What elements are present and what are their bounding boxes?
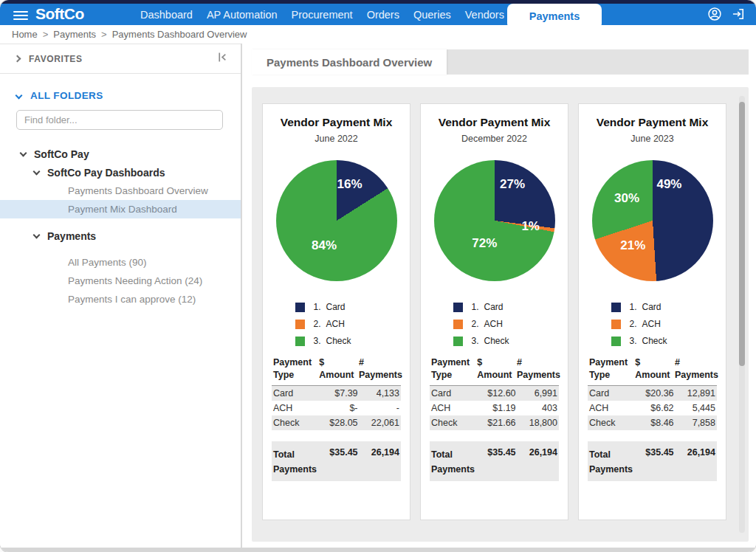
cell-amount: $1.19 — [477, 403, 516, 413]
cell-num-payments: 5,445 — [674, 403, 715, 413]
header-payment-type: PaymentType — [589, 356, 635, 382]
find-folder-input[interactable] — [16, 110, 223, 130]
tree-item-label: Payment Mix Dashboard — [68, 204, 177, 215]
total-row: Total Payments $35.45 26,194 — [430, 441, 559, 481]
card-title: Vendor Payment Mix — [272, 116, 401, 129]
tree-item-all-payments-90[interactable]: All Payments (90) — [0, 253, 241, 272]
pie-slice-label-card: 16% — [337, 177, 362, 192]
tree-item-payments-dashboard-overview[interactable]: Payments Dashboard Overview — [0, 182, 241, 200]
softco-logo: SoftCo — [35, 5, 84, 23]
tab-payments-dashboard-overview[interactable]: Payments Dashboard Overview — [252, 49, 447, 75]
hamburger-menu-icon[interactable] — [13, 9, 28, 22]
breadcrumb-separator: > — [101, 29, 107, 40]
header-amount: $Amount — [477, 356, 517, 382]
payment-mix-pie-chart: 27%1%72% — [434, 160, 555, 281]
tree-item-payments-i-can-approve-12[interactable]: Payments I can approve (12) — [0, 290, 241, 308]
tree-item-label: Payments I can approve (12) — [68, 294, 196, 305]
collapse-sidebar-icon[interactable] — [216, 51, 229, 66]
tree-item-label: All Payments (90) — [68, 257, 147, 268]
chevron-down-icon — [33, 168, 41, 175]
content-tab-bar: Payments Dashboard Overview — [252, 49, 749, 75]
legend-label: Card — [326, 302, 346, 312]
cell-payment-type: Check — [431, 418, 477, 428]
favorites-label: FAVORITES — [29, 54, 83, 64]
table-header: PaymentType $Amount #Payments — [272, 356, 401, 386]
all-folders-label: ALL FOLDERS — [30, 90, 103, 101]
cell-payment-type: ACH — [589, 403, 635, 413]
legend-number: 3. — [314, 336, 326, 346]
cell-amount: $6.62 — [635, 403, 674, 413]
cell-amount: $21.66 — [477, 418, 516, 428]
cell-payment-type: ACH — [431, 403, 477, 413]
legend-number: 1. — [314, 302, 326, 312]
legend-swatch-ach — [295, 320, 305, 329]
all-folders-toggle[interactable]: ALL FOLDERS — [16, 90, 241, 101]
legend-swatch-ach — [611, 320, 621, 329]
legend-label: ACH — [484, 319, 503, 329]
nav-item-orders[interactable]: Orders — [367, 9, 399, 21]
nav-item-procurement[interactable]: Procurement — [292, 9, 353, 21]
legend-number: 3. — [630, 336, 642, 346]
cell-payment-type: Check — [273, 418, 319, 428]
breadcrumb-item-payments[interactable]: Payments — [53, 29, 96, 40]
table-header: PaymentType $Amount #Payments — [588, 356, 717, 386]
table-row-ach: ACH$6.625,445 — [588, 401, 717, 415]
nav-item-vendors[interactable]: Vendors — [465, 9, 504, 21]
nav-item-ap-automation[interactable]: AP Automation — [207, 9, 278, 21]
tree-item-softco-pay[interactable]: SoftCo Pay — [0, 145, 241, 163]
chevron-down-icon — [33, 231, 41, 238]
header-num-payments: #Payments — [517, 356, 559, 382]
breadcrumb-item-payments-dashboard-overview: Payments Dashboard Overview — [112, 29, 247, 40]
breadcrumb-item-home[interactable]: Home — [12, 29, 38, 40]
tree-item-payment-mix-dashboard[interactable]: Payment Mix Dashboard — [0, 200, 241, 218]
tree-item-payments-needing-action-24[interactable]: Payments Needing Action (24) — [0, 272, 241, 290]
window-bottom-edge — [0, 548, 756, 552]
vertical-scrollbar[interactable] — [739, 96, 745, 533]
total-amount: $35.45 — [635, 447, 674, 477]
legend-item-ach: 2.ACH — [611, 319, 694, 329]
user-icon[interactable] — [707, 7, 722, 21]
card-subtitle: June 2023 — [588, 134, 717, 144]
cell-num-payments: 7,858 — [674, 418, 715, 428]
payment-mix-pie-chart: 49%21%30% — [592, 160, 713, 281]
cell-payment-type: Card — [273, 388, 319, 399]
table-row-card: Card$7.394,133 — [272, 386, 401, 401]
pie-slice-label-check: 72% — [472, 236, 497, 251]
sidebar: FAVORITES ALL FOLDERS SoftCo PaySoftCo P… — [0, 44, 241, 548]
table-body: Card$20.3612,891ACH$6.625,445Check$8.467… — [588, 386, 717, 430]
total-row: Total Payments $35.45 26,194 — [588, 441, 717, 481]
nav-item-dashboard[interactable]: Dashboard — [140, 9, 193, 21]
cell-payment-type: ACH — [273, 403, 319, 413]
logout-icon[interactable] — [731, 7, 746, 21]
cell-num-payments: 18,800 — [516, 418, 557, 428]
legend-item-card: 1.Card — [611, 302, 694, 312]
table-row-card: Card$12.606,991 — [430, 386, 559, 401]
cards-container: Vendor Payment Mix June 2022 16%84% 1.Ca… — [262, 103, 726, 520]
table-body: Card$7.394,133ACH$--Check$28.0522,061 — [272, 386, 401, 430]
tree-item-payments[interactable]: Payments — [0, 227, 241, 245]
pie-legend: 1.Card2.ACH3.Check — [611, 302, 694, 346]
legend-swatch-check — [295, 337, 305, 346]
pie-legend: 1.Card2.ACH3.Check — [453, 302, 536, 346]
tree-item-label: Payments Needing Action (24) — [68, 275, 202, 286]
table-header: PaymentType $Amount #Payments — [430, 356, 559, 386]
legend-number: 1. — [630, 302, 642, 312]
nav-item-queries[interactable]: Queries — [413, 9, 451, 21]
total-payments: 26,194 — [674, 447, 715, 477]
scrollbar-thumb[interactable] — [739, 102, 745, 366]
favorites-header[interactable]: FAVORITES — [0, 44, 241, 74]
legend-label: Check — [484, 336, 509, 346]
app-window: SoftCo DashboardAP AutomationProcurement… — [0, 0, 756, 552]
breadcrumb: Home>Payments>Payments Dashboard Overvie… — [0, 25, 756, 44]
legend-label: ACH — [326, 319, 345, 329]
tree-item-softco-pay-dashboards[interactable]: SoftCo Pay Dashboards — [0, 163, 241, 182]
card-subtitle: June 2022 — [272, 134, 401, 144]
legend-swatch-card — [611, 303, 621, 312]
header-amount: $Amount — [635, 356, 675, 382]
total-payments: 26,194 — [358, 447, 399, 477]
folder-tree: SoftCo PaySoftCo Pay DashboardsPayments … — [0, 145, 241, 308]
tree-item-label: SoftCo Pay Dashboards — [47, 167, 165, 179]
cell-payment-type: Check — [589, 418, 635, 428]
total-amount: $35.45 — [319, 447, 358, 477]
pie-slice-label-ach: 1% — [521, 219, 540, 234]
